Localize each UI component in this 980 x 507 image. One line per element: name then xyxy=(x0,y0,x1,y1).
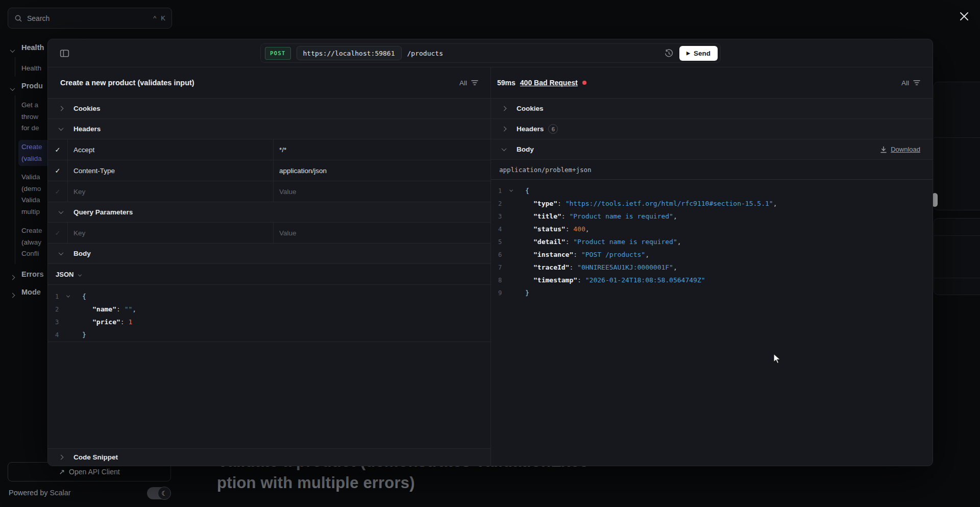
chevron-right-icon xyxy=(491,127,517,131)
download-button[interactable]: Download xyxy=(880,146,920,153)
header-row-empty: ✓ xyxy=(48,181,491,202)
moon-icon: ☾ xyxy=(158,487,171,500)
filter-icon xyxy=(913,80,920,86)
dark-mode-toggle[interactable]: ☾ xyxy=(147,487,170,499)
code-line: 1{ xyxy=(48,290,491,303)
response-section-body[interactable]: Body Download xyxy=(491,139,933,160)
header-value-input[interactable] xyxy=(279,188,485,196)
code-line: 2"type": "https://tools.ietf.org/html/rf… xyxy=(491,197,933,210)
header-row-accept: ✓ xyxy=(48,139,491,160)
line-number: 3 xyxy=(48,319,61,326)
fold-chevron-icon[interactable] xyxy=(504,189,518,192)
response-body-viewer[interactable]: 1{2"type": "https://tools.ietf.org/html/… xyxy=(491,180,933,299)
search-icon xyxy=(14,14,22,22)
response-section-headers[interactable]: Headers 6 xyxy=(491,119,933,139)
row-enabled-checkbox[interactable]: ✓ xyxy=(48,223,68,243)
sidebar-group-health[interactable]: Health xyxy=(21,43,44,52)
search-box[interactable]: ^ K xyxy=(8,8,172,29)
sidebar-group-models[interactable]: Mode xyxy=(21,288,41,296)
nav-indent-guide xyxy=(15,57,15,77)
code-line: 4"status": 400, xyxy=(491,223,933,235)
background-heading-line2: ption with multiple errors) xyxy=(217,474,415,492)
send-button[interactable]: ▶ Send xyxy=(679,46,718,61)
row-enabled-checkbox[interactable]: ✓ xyxy=(48,139,68,160)
line-number: 8 xyxy=(491,277,504,284)
row-enabled-checkbox[interactable]: ✓ xyxy=(48,181,68,202)
code-line: 4} xyxy=(48,328,491,341)
chevron-down-icon xyxy=(48,252,74,255)
request-section-cookies[interactable]: Cookies xyxy=(48,99,491,119)
request-path[interactable]: /products xyxy=(407,50,443,57)
sidebar-item-create-conflict[interactable]: Create (alway Confli xyxy=(21,225,42,260)
header-row-content-type: ✓ xyxy=(48,160,491,181)
code-line: 6"instance": "POST /products", xyxy=(491,248,933,261)
chevron-right-icon xyxy=(11,290,14,299)
code-line: 3"title": "Product name is required", xyxy=(491,210,933,223)
sidebar-item-validate-product[interactable]: Valida (demo Valida multip xyxy=(21,172,41,218)
query-row-empty: ✓ xyxy=(48,223,491,244)
headers-count-badge: 6 xyxy=(548,124,558,134)
code-line: 1{ xyxy=(491,184,933,197)
sidebar-group-products[interactable]: Produ xyxy=(21,82,43,90)
sidebar-group-errors[interactable]: Errors xyxy=(21,270,44,278)
code-line: 2"name": "", xyxy=(48,303,491,316)
background-card xyxy=(934,218,980,295)
powered-by-scalar[interactable]: Powered by Scalar xyxy=(9,489,71,497)
request-section-body[interactable]: Body xyxy=(48,244,491,264)
download-icon xyxy=(880,146,887,153)
code-line: 7"traceId": "0HNIREE5AU1KJ:0000001F", xyxy=(491,261,933,274)
request-panel: Create a new product (validates input) A… xyxy=(48,67,491,466)
base-url-field[interactable]: https://localhost:59861 xyxy=(297,46,402,60)
line-number: 3 xyxy=(491,213,504,220)
request-body-editor[interactable]: 1{2"name": "",3"price": 14} xyxy=(48,285,491,342)
header-key-input[interactable] xyxy=(74,146,267,154)
response-filter-all[interactable]: All xyxy=(901,79,920,87)
request-title: Create a new product (validates input) xyxy=(60,79,194,87)
query-value-input[interactable] xyxy=(279,229,485,237)
search-shortcut-key: K xyxy=(161,14,165,22)
search-input[interactable] xyxy=(27,14,149,22)
sidebar-item-create-product[interactable]: Create (valida xyxy=(21,141,42,164)
sidebar-item-get-product[interactable]: Get a throw for de xyxy=(21,100,39,134)
header-value-input[interactable] xyxy=(279,146,485,154)
line-number: 7 xyxy=(491,264,504,271)
line-number: 1 xyxy=(491,187,504,195)
chevron-right-icon xyxy=(491,107,517,110)
header-key-input[interactable] xyxy=(74,167,267,175)
close-icon[interactable] xyxy=(958,10,971,23)
search-shortcut-mod: ^ xyxy=(153,14,156,22)
query-key-input[interactable] xyxy=(74,229,267,237)
fold-chevron-icon[interactable] xyxy=(61,295,75,298)
play-icon: ▶ xyxy=(687,51,690,56)
response-status-link[interactable]: 400 Bad Request xyxy=(520,79,578,87)
http-method-badge[interactable]: POST xyxy=(265,47,291,60)
chevron-down-icon xyxy=(79,270,81,279)
body-format-select[interactable]: JSON xyxy=(56,271,74,278)
api-client-modal: POST https://localhost:59861 /products ▶… xyxy=(47,39,933,466)
header-value-input[interactable] xyxy=(279,167,485,175)
response-section-cookies[interactable]: Cookies xyxy=(491,99,933,119)
request-section-code-snippet[interactable]: Code Snippet xyxy=(48,448,491,466)
request-section-query-params[interactable]: Query Parameters xyxy=(48,202,491,223)
line-number: 5 xyxy=(491,238,504,246)
response-duration: 59ms xyxy=(497,79,516,87)
history-icon[interactable] xyxy=(664,49,674,58)
chevron-right-icon xyxy=(11,272,14,281)
response-status-row: 59ms 400 Bad Request All xyxy=(491,67,933,99)
background-card xyxy=(934,82,980,210)
chevron-right-icon xyxy=(48,455,74,459)
code-line: 9} xyxy=(491,286,933,299)
chevron-down-icon xyxy=(11,84,14,93)
code-line: 8"timestamp": "2026-01-24T18:08:58.05647… xyxy=(491,274,933,286)
filter-icon xyxy=(471,80,478,86)
row-enabled-checkbox[interactable]: ✓ xyxy=(48,160,68,181)
sidebar-item-health-check[interactable]: Health xyxy=(21,63,41,75)
sidebar-toggle-icon[interactable] xyxy=(59,48,70,59)
request-filter-all[interactable]: All xyxy=(459,79,478,87)
request-section-headers[interactable]: Headers xyxy=(48,119,491,139)
nav-indent-guide xyxy=(15,95,15,264)
line-number: 2 xyxy=(48,306,61,313)
line-number: 2 xyxy=(491,200,504,207)
chevron-down-icon xyxy=(491,148,517,151)
header-key-input[interactable] xyxy=(74,188,267,196)
